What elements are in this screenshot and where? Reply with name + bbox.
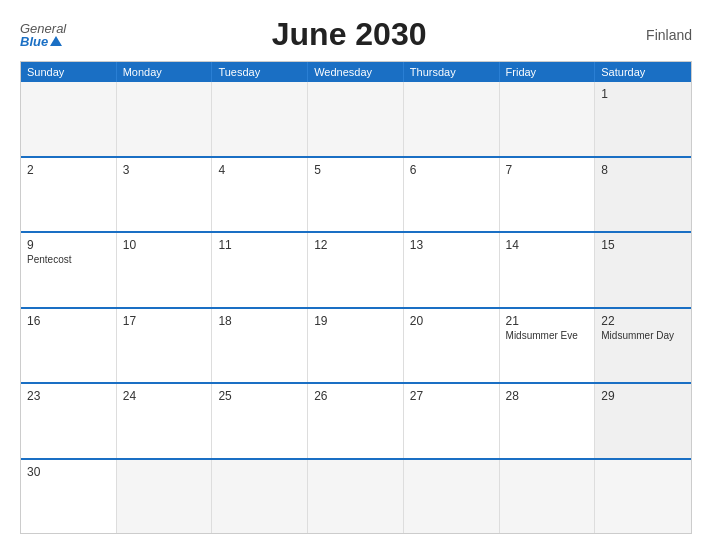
- day-number: 22: [601, 314, 685, 328]
- day-number: 24: [123, 389, 206, 403]
- cell-w5-d5: [500, 460, 596, 534]
- cell-w4-d1: 24: [117, 384, 213, 458]
- cell-w5-d1: [117, 460, 213, 534]
- cell-w0-d4: [404, 82, 500, 156]
- cell-w2-d0: 9Pentecost: [21, 233, 117, 307]
- day-number: 25: [218, 389, 301, 403]
- day-number: 8: [601, 163, 685, 177]
- day-number: 15: [601, 238, 685, 252]
- day-number: 1: [601, 87, 685, 101]
- week-4: 161718192021Midsummer Eve22Midsummer Day: [21, 307, 691, 383]
- day-number: 6: [410, 163, 493, 177]
- cell-w0-d0: [21, 82, 117, 156]
- logo-blue-text: Blue: [20, 35, 48, 48]
- day-number: 20: [410, 314, 493, 328]
- calendar-title: June 2030: [66, 16, 632, 53]
- logo: General Blue: [20, 22, 66, 48]
- cell-w2-d2: 11: [212, 233, 308, 307]
- day-number: 21: [506, 314, 589, 328]
- day-number: 14: [506, 238, 589, 252]
- calendar-page: General Blue June 2030 Finland Sunday Mo…: [0, 0, 712, 550]
- country-label: Finland: [632, 27, 692, 43]
- day-number: 26: [314, 389, 397, 403]
- cell-w3-d0: 16: [21, 309, 117, 383]
- header-sunday: Sunday: [21, 62, 117, 82]
- logo-triangle-icon: [50, 36, 62, 46]
- cell-w1-d3: 5: [308, 158, 404, 232]
- header: General Blue June 2030 Finland: [20, 16, 692, 53]
- cell-w3-d1: 17: [117, 309, 213, 383]
- cell-w3-d4: 20: [404, 309, 500, 383]
- day-number: 2: [27, 163, 110, 177]
- day-number: 29: [601, 389, 685, 403]
- week-5: 23242526272829: [21, 382, 691, 458]
- cell-w5-d4: [404, 460, 500, 534]
- header-wednesday: Wednesday: [308, 62, 404, 82]
- cell-w5-d3: [308, 460, 404, 534]
- day-number: 11: [218, 238, 301, 252]
- calendar-grid: Sunday Monday Tuesday Wednesday Thursday…: [20, 61, 692, 534]
- cell-w1-d0: 2: [21, 158, 117, 232]
- calendar-header: Sunday Monday Tuesday Wednesday Thursday…: [21, 62, 691, 82]
- header-thursday: Thursday: [404, 62, 500, 82]
- cell-w1-d6: 8: [595, 158, 691, 232]
- day-number: 4: [218, 163, 301, 177]
- cell-w3-d6: 22Midsummer Day: [595, 309, 691, 383]
- cell-w4-d3: 26: [308, 384, 404, 458]
- cell-w3-d2: 18: [212, 309, 308, 383]
- cell-w1-d4: 6: [404, 158, 500, 232]
- cell-w2-d4: 13: [404, 233, 500, 307]
- cell-w5-d6: [595, 460, 691, 534]
- cell-w4-d5: 28: [500, 384, 596, 458]
- cell-w0-d2: [212, 82, 308, 156]
- day-number: 10: [123, 238, 206, 252]
- cell-w3-d5: 21Midsummer Eve: [500, 309, 596, 383]
- day-number: 16: [27, 314, 110, 328]
- header-tuesday: Tuesday: [212, 62, 308, 82]
- cell-w1-d5: 7: [500, 158, 596, 232]
- day-number: 30: [27, 465, 110, 479]
- day-number: 17: [123, 314, 206, 328]
- day-number: 3: [123, 163, 206, 177]
- day-number: 27: [410, 389, 493, 403]
- holiday-label: Midsummer Day: [601, 330, 685, 341]
- week-3: 9Pentecost101112131415: [21, 231, 691, 307]
- cell-w4-d6: 29: [595, 384, 691, 458]
- holiday-label: Midsummer Eve: [506, 330, 589, 341]
- cell-w2-d5: 14: [500, 233, 596, 307]
- day-number: 13: [410, 238, 493, 252]
- cell-w5-d0: 30: [21, 460, 117, 534]
- cell-w2-d3: 12: [308, 233, 404, 307]
- day-number: 9: [27, 238, 110, 252]
- week-2: 2345678: [21, 156, 691, 232]
- day-number: 12: [314, 238, 397, 252]
- logo-general-text: General: [20, 22, 66, 35]
- cell-w1-d1: 3: [117, 158, 213, 232]
- header-friday: Friday: [500, 62, 596, 82]
- cell-w2-d1: 10: [117, 233, 213, 307]
- cell-w3-d3: 19: [308, 309, 404, 383]
- cell-w2-d6: 15: [595, 233, 691, 307]
- cell-w0-d1: [117, 82, 213, 156]
- day-number: 7: [506, 163, 589, 177]
- day-number: 23: [27, 389, 110, 403]
- cell-w0-d6: 1: [595, 82, 691, 156]
- day-number: 28: [506, 389, 589, 403]
- week-6: 30: [21, 458, 691, 534]
- cell-w0-d5: [500, 82, 596, 156]
- cell-w4-d4: 27: [404, 384, 500, 458]
- header-monday: Monday: [117, 62, 213, 82]
- calendar-body: 123456789Pentecost1011121314151617181920…: [21, 82, 691, 533]
- cell-w0-d3: [308, 82, 404, 156]
- cell-w4-d0: 23: [21, 384, 117, 458]
- day-number: 18: [218, 314, 301, 328]
- cell-w5-d2: [212, 460, 308, 534]
- day-number: 5: [314, 163, 397, 177]
- header-saturday: Saturday: [595, 62, 691, 82]
- holiday-label: Pentecost: [27, 254, 110, 265]
- week-1: 1: [21, 82, 691, 156]
- cell-w4-d2: 25: [212, 384, 308, 458]
- day-number: 19: [314, 314, 397, 328]
- cell-w1-d2: 4: [212, 158, 308, 232]
